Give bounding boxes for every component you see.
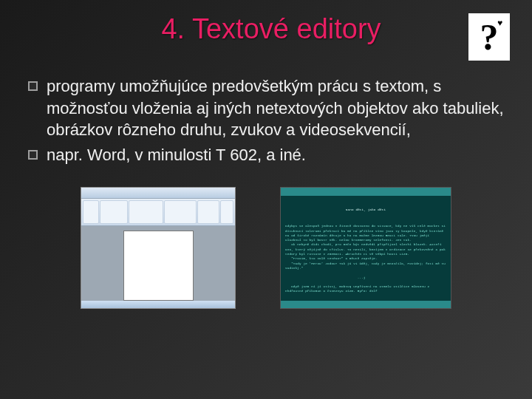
list-item: programy umožňujúce predovšetkým prácu s… bbox=[28, 75, 504, 141]
t602-screenshot: Nano děti, jako děti Kdybys se alespoň j… bbox=[280, 187, 451, 309]
screenshots-row: Nano děti, jako děti Kdybys se alespoň j… bbox=[0, 187, 532, 309]
question-mark-icon: ? ♥ bbox=[468, 13, 510, 61]
t602-menubar bbox=[281, 188, 451, 196]
slide-title: 4. Textové editory bbox=[22, 13, 468, 45]
word-page bbox=[123, 231, 194, 301]
heart-icon: ♥ bbox=[497, 18, 502, 28]
bullet-icon bbox=[28, 81, 38, 91]
slide-body: programy umožňujúce predovšetkým prácu s… bbox=[0, 61, 532, 166]
word-ribbon bbox=[81, 199, 235, 226]
t602-statusbar bbox=[281, 301, 451, 308]
word-screenshot bbox=[81, 187, 236, 309]
word-document-area bbox=[81, 226, 235, 301]
word-statusbar bbox=[81, 301, 235, 308]
t602-text-area: Nano děti, jako děti Kdybys se alespoň j… bbox=[281, 196, 451, 307]
list-item: napr. Word, v minulosti T 602, a iné. bbox=[28, 144, 504, 166]
bullet-text: programy umožňujúce predovšetkým prácu s… bbox=[47, 75, 504, 141]
bullet-icon bbox=[28, 150, 38, 160]
bullet-text: napr. Word, v minulosti T 602, a iné. bbox=[47, 144, 504, 166]
word-titlebar bbox=[81, 188, 235, 199]
